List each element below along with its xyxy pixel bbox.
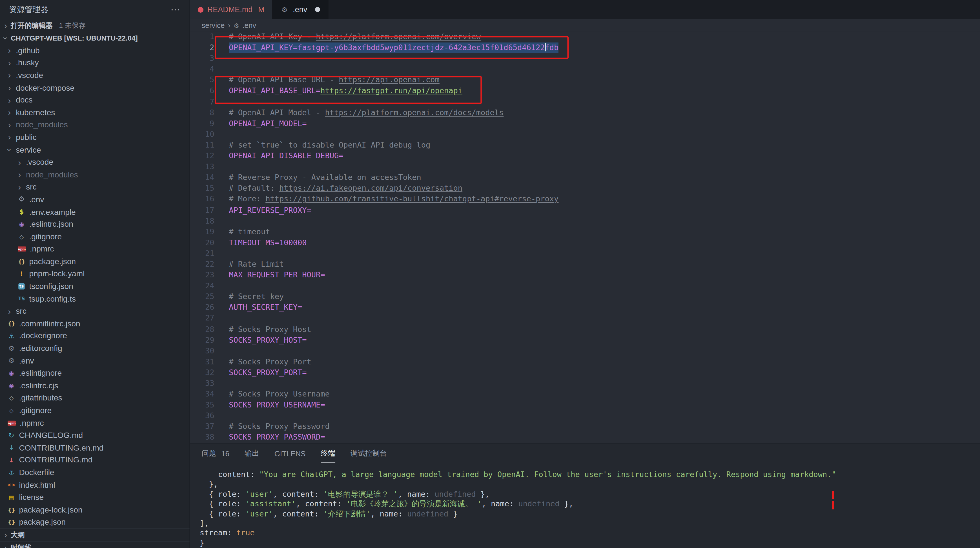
- tree-folder-docker-compose[interactable]: ›docker-compose: [0, 82, 189, 94]
- timeline-section-header[interactable]: › 时间线: [0, 541, 189, 548]
- code-line-15[interactable]: 15# Default: https://ai.fakeopen.com/api…: [190, 183, 980, 194]
- panel-tab-terminal[interactable]: 终端: [321, 444, 335, 463]
- tab-label: .env: [293, 5, 307, 14]
- tree-folder-src[interactable]: ›src: [0, 305, 189, 318]
- code-line-9[interactable]: 9OPENAI_API_MODEL=: [190, 118, 980, 129]
- tree-file-pnpm-lock.yaml[interactable]: !pnpm-lock.yaml: [0, 268, 189, 280]
- tree-folder-.github[interactable]: ›.github: [0, 44, 189, 57]
- code-line-24[interactable]: 24: [190, 281, 980, 291]
- tree-file-.env.example[interactable]: $.env.example: [0, 206, 189, 218]
- code-line-2[interactable]: 2OPENAI_API_KEY=fastgpt-y6b3axfbdd5wyp01…: [190, 43, 980, 53]
- tree-folder-public[interactable]: ›public: [0, 131, 189, 144]
- code-line-19[interactable]: 19# timeout: [190, 227, 980, 237]
- tab-env[interactable]: ⚙ .env: [272, 0, 328, 19]
- code-line-21[interactable]: 21: [190, 248, 980, 259]
- breadcrumb-folder[interactable]: service: [202, 21, 224, 29]
- code-line-36[interactable]: 36: [190, 411, 980, 421]
- tree-folder-src[interactable]: ›src: [0, 181, 189, 193]
- tree-file-package.json[interactable]: {}package.json: [0, 516, 189, 529]
- tree-file-CONTRIBUTING.en.md[interactable]: ↓CONTRIBUTING.en.md: [0, 442, 189, 454]
- tree-file-.eslintignore[interactable]: ◉.eslintignore: [0, 367, 189, 380]
- md-red-icon: ↓: [7, 457, 16, 464]
- code-token: # Secret key: [229, 292, 284, 301]
- code-line-34[interactable]: 34# Socks Proxy Username: [190, 389, 980, 400]
- tree-file-package.json[interactable]: {}package.json: [0, 256, 189, 268]
- code-line-30[interactable]: 30: [190, 346, 980, 356]
- code-line-7[interactable]: 7: [190, 97, 980, 107]
- tree-folder-kubernetes[interactable]: ›kubernetes: [0, 106, 189, 119]
- code-line-28[interactable]: 28# Socks Proxy Host: [190, 324, 980, 335]
- tree-folder-.vscode[interactable]: ›.vscode: [0, 156, 189, 168]
- line-number: 13: [190, 162, 229, 172]
- tree-folder-.vscode[interactable]: ›.vscode: [0, 69, 189, 82]
- tree-file-CONTRIBUTING.md[interactable]: ↓CONTRIBUTING.md: [0, 454, 189, 466]
- tree-folder-.husky[interactable]: ›.husky: [0, 57, 189, 69]
- code-line-13[interactable]: 13: [190, 162, 980, 172]
- project-root-header[interactable]: › CHATGPT-WEB [WSL: UBUNTU-22.04]: [0, 32, 189, 44]
- code-line-8[interactable]: 8# OpenAI API Model - https://platform.o…: [190, 108, 980, 118]
- code-line-17[interactable]: 17API_REVERSE_PROXY=: [190, 205, 980, 216]
- code-line-29[interactable]: 29SOCKS_PROXY_HOST=: [190, 335, 980, 346]
- tree-file-.editorconfig[interactable]: ⚙.editorconfig: [0, 342, 189, 354]
- tree-file-.gitignore[interactable]: ◇.gitignore: [0, 404, 189, 417]
- git-icon: ◇: [17, 233, 26, 240]
- panel-tab-problems[interactable]: 问题 16: [202, 444, 229, 463]
- code-editor[interactable]: 1# OpenAI API Key - https://platform.ope…: [190, 32, 980, 443]
- code-line-1[interactable]: 1# OpenAI API Key - https://platform.ope…: [190, 32, 980, 42]
- code-line-14[interactable]: 14# Reverse Proxy - Available on accessT…: [190, 172, 980, 183]
- code-line-16[interactable]: 16# More: https://github.com/transitive-…: [190, 194, 980, 205]
- code-line-3[interactable]: 3: [190, 53, 980, 64]
- tree-folder-docs[interactable]: ›docs: [0, 94, 189, 106]
- code-line-31[interactable]: 31# Socks Proxy Port: [190, 356, 980, 367]
- code-line-6[interactable]: 6OPENAI_API_BASE_URL=https://fastgpt.run…: [190, 86, 980, 97]
- code-line-11[interactable]: 11# set `true` to disable OpenAI API deb…: [190, 140, 980, 151]
- tree-file-.env[interactable]: ⚙.env: [0, 193, 189, 206]
- tree-file-.eslintrc.json[interactable]: ◉.eslintrc.json: [0, 218, 189, 230]
- tree-file-index.html[interactable]: <>index.html: [0, 479, 189, 491]
- code-line-32[interactable]: 32SOCKS_PROXY_PORT=: [190, 367, 980, 378]
- tree-file-.gitignore[interactable]: ◇.gitignore: [0, 230, 189, 243]
- tree-file-.gitattributes[interactable]: ◇.gitattributes: [0, 392, 189, 404]
- code-line-35[interactable]: 35SOCKS_PROXY_USERNAME=: [190, 400, 980, 411]
- outline-section-header[interactable]: › 大纲: [0, 529, 189, 541]
- code-line-20[interactable]: 20TIMEOUT_MS=100000: [190, 237, 980, 248]
- code-line-38[interactable]: 38SOCKS_PROXY_PASSWORD=: [190, 432, 980, 443]
- tree-file-.npmrc[interactable]: npm.npmrc: [0, 417, 189, 429]
- json-icon: {}: [7, 321, 16, 327]
- tree-file-.env[interactable]: ⚙.env: [0, 354, 189, 367]
- code-line-12[interactable]: 12OPENAI_API_DISABLE_DEBUG=: [190, 151, 980, 161]
- tree-file-.dockerignore[interactable]: ⚓.dockerignore: [0, 330, 189, 342]
- unsaved-dot-icon[interactable]: [315, 7, 320, 12]
- tree-folder-service[interactable]: ›service: [0, 144, 189, 156]
- code-line-22[interactable]: 22# Rate Limit: [190, 259, 980, 270]
- code-line-5[interactable]: 5# OpenAI API Base URL - https://api.ope…: [190, 75, 980, 86]
- tree-file-.npmrc[interactable]: npm.npmrc: [0, 243, 189, 256]
- breadcrumb-file[interactable]: .env: [242, 21, 256, 29]
- panel-tab-output[interactable]: 输出: [245, 444, 259, 463]
- open-editors-header[interactable]: › 打开的编辑器 1 未保存: [0, 19, 189, 32]
- tab-readme[interactable]: README.md M: [190, 0, 272, 19]
- tree-folder-node_modules[interactable]: ›node_modules: [0, 119, 189, 131]
- code-line-4[interactable]: 4: [190, 64, 980, 75]
- more-actions-icon[interactable]: ⋯: [170, 4, 181, 15]
- tree-file-license[interactable]: ▤license: [0, 491, 189, 504]
- tree-file-tsup.config.ts[interactable]: TStsup.config.ts: [0, 292, 189, 305]
- panel-tab-gitlens[interactable]: GITLENS: [274, 444, 306, 463]
- code-line-23[interactable]: 23MAX_REQUEST_PER_HOUR=: [190, 270, 980, 281]
- tree-file-.commitlintrc.json[interactable]: {}.commitlintrc.json: [0, 318, 189, 330]
- code-line-25[interactable]: 25# Secret key: [190, 291, 980, 302]
- code-line-26[interactable]: 26AUTH_SECRET_KEY=: [190, 302, 980, 313]
- panel-tab-debug-console[interactable]: 调试控制台: [350, 444, 387, 463]
- code-line-33[interactable]: 33: [190, 378, 980, 389]
- tree-file-.eslintrc.cjs[interactable]: ◉.eslintrc.cjs: [0, 380, 189, 392]
- tree-file-package-lock.json[interactable]: {}package-lock.json: [0, 504, 189, 516]
- terminal[interactable]: content: "You are ChatGPT, a large langu…: [190, 463, 980, 548]
- code-line-18[interactable]: 18: [190, 216, 980, 226]
- tree-file-tsconfig.json[interactable]: tstsconfig.json: [0, 280, 189, 292]
- code-line-37[interactable]: 37# Socks Proxy Password: [190, 422, 980, 432]
- code-line-27[interactable]: 27: [190, 313, 980, 324]
- code-line-10[interactable]: 10: [190, 129, 980, 140]
- tree-file-Dockerfile[interactable]: ⚓Dockerfile: [0, 466, 189, 479]
- tree-file-CHANGELOG.md[interactable]: ↻CHANGELOG.md: [0, 429, 189, 442]
- tree-folder-node_modules[interactable]: ›node_modules: [0, 168, 189, 181]
